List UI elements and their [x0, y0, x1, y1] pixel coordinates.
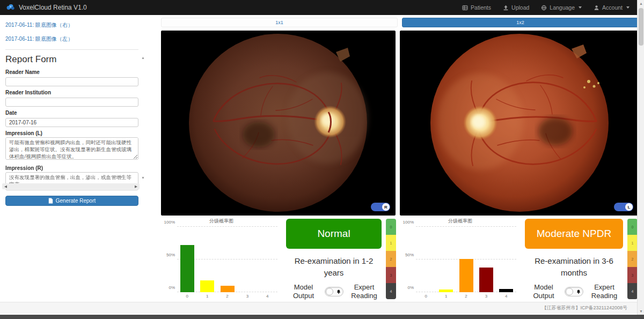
reader-institution-input[interactable] — [5, 98, 138, 107]
nav-language[interactable]: Language — [541, 4, 582, 11]
y-tick-label: 100% — [400, 220, 414, 225]
bar-grade-1 — [200, 280, 214, 292]
model-expert-toggle-right-eye[interactable] — [325, 287, 343, 296]
scrollbar-down-arrow[interactable]: ▼ — [638, 308, 644, 315]
severity-cell-4: 4 — [627, 283, 638, 299]
eye-badge-right[interactable]: R — [371, 203, 390, 211]
expert-reading-label: Expert Reading — [590, 283, 619, 301]
sidebar-link-fundus-right[interactable]: 2017-06-11: 眼底图像（右） — [5, 21, 138, 29]
app-window: VoxelCloud Retina V1.0 Patients Upload — [0, 0, 644, 319]
bar-grade-4 — [499, 289, 513, 292]
toggle-knob — [566, 288, 573, 295]
reader-name-label: Reader Name — [5, 69, 138, 75]
date-input[interactable] — [5, 118, 138, 127]
x-tick-label: 3 — [476, 294, 496, 299]
fundus-image-left-eye[interactable]: L — [400, 31, 639, 216]
generate-report-label: Generate Report — [56, 198, 96, 204]
gridline-100 — [416, 226, 516, 227]
patients-grid-icon — [462, 5, 468, 11]
impression-r-label: Impression (R) — [5, 165, 138, 171]
app-logo-icon — [5, 3, 15, 12]
chart-title: 分级概率图 — [161, 218, 282, 225]
reader-institution-label: Reader Institution — [5, 90, 138, 95]
fundus-images-row: R — [161, 31, 639, 216]
user-icon — [594, 5, 599, 11]
window-bottom-edge — [0, 315, 644, 319]
x-tick-label: 2 — [217, 294, 237, 299]
x-tick-label: 3 — [237, 294, 257, 299]
bar-grade-0 — [180, 245, 194, 292]
y-tick-label: 0% — [162, 285, 175, 290]
analysis-row: 分级概率图 0%50%100% 01234 Normal Re-examinat… — [161, 217, 639, 302]
top-navbar: VoxelCloud Retina V1.0 Patients Upload — [0, 0, 637, 15]
y-tick-label: 100% — [162, 220, 175, 225]
navbar-menu: Patients Upload Language — [462, 4, 630, 11]
date-group: Date — [5, 110, 138, 127]
nav-upload[interactable]: Upload — [503, 4, 529, 11]
severity-scale-right-eye: 01234 — [386, 219, 396, 299]
model-output-label: Model Output — [529, 283, 558, 301]
severity-cell-3: 3 — [386, 267, 396, 283]
layout-1x1-button[interactable]: 1x1 — [161, 18, 398, 27]
fundus-image-right-eye[interactable]: R — [161, 31, 396, 216]
y-tick-label: 50% — [400, 253, 414, 257]
sidebar-horizontal-scrollbar[interactable]: ◀ ▶ — [2, 183, 140, 189]
impression-l-group: Impression (L) 可能有微血管瘤和视网膜内出血，同时还可能出现硬性渗… — [5, 130, 138, 162]
app-title: VoxelCloud Retina V1.0 — [19, 4, 87, 11]
scroll-left-arrow[interactable]: ◀ — [4, 183, 7, 189]
x-tick-label: 1 — [197, 294, 217, 299]
image-viewer: 1x1 1x2 — [161, 18, 639, 302]
diagnosis-panel-right-eye: Normal Re-examination in 1-2 years Model… — [282, 217, 386, 302]
sidebar-scroll-up-arrow[interactable]: ▲ — [141, 56, 145, 60]
chart-plot-area: 0%50%100% — [416, 227, 516, 292]
expert-bell-icon — [336, 290, 341, 294]
model-output-label: Model Output — [289, 283, 318, 301]
analysis-right-eye: 分级概率图 0%50%100% 01234 Normal Re-examinat… — [161, 217, 396, 302]
y-tick-label: 50% — [162, 253, 175, 257]
generate-report-button[interactable]: Generate Report — [5, 196, 138, 206]
severity-cell-0: 0 — [386, 219, 396, 235]
bar-grade-3 — [479, 268, 493, 292]
eye-badge-left[interactable]: L — [614, 203, 633, 211]
diagnosis-text: Moderate NPDR — [537, 228, 611, 240]
page-vertical-scrollbar[interactable]: ▲ ▼ — [637, 0, 644, 315]
brand: VoxelCloud Retina V1.0 — [5, 3, 87, 12]
expert-reading-label: Expert Reading — [350, 283, 379, 301]
severity-cell-2: 2 — [386, 251, 396, 267]
date-label: Date — [5, 110, 138, 116]
y-tick-label: 0% — [400, 285, 414, 290]
reader-name-input[interactable] — [5, 77, 138, 86]
upload-icon — [503, 5, 509, 11]
model-expert-toggle-left-eye[interactable] — [565, 287, 583, 296]
severity-cell-0: 0 — [627, 219, 638, 235]
severity-cell-4: 4 — [386, 283, 396, 299]
x-tick-label: 4 — [496, 294, 516, 299]
reader-name-group: Reader Name — [5, 69, 138, 86]
bar-grade-2 — [221, 286, 235, 292]
nav-account[interactable]: Account — [594, 4, 630, 11]
chart-title: 分级概率图 — [400, 218, 521, 225]
severity-cell-3: 3 — [627, 267, 638, 283]
scroll-right-arrow[interactable]: ▶ — [135, 183, 137, 189]
reader-institution-group: Reader Institution — [5, 90, 138, 107]
x-tick-label: 0 — [177, 294, 197, 299]
nav-patients[interactable]: Patients — [462, 4, 491, 11]
impression-l-textarea[interactable]: 可能有微血管瘤和视网膜内出血，同时还可能出现硬性渗出，棉絮斑等症状。没有发现显著… — [5, 137, 138, 160]
recommendation-text: Re-examination in 3-6 months — [526, 255, 622, 279]
sidebar-link-fundus-left[interactable]: 2017-06-11: 眼底图像（左） — [5, 35, 138, 43]
severity-cell-1: 1 — [386, 235, 396, 251]
sidebar-scroll-down-arrow[interactable]: ▼ — [141, 176, 145, 180]
nav-upload-label: Upload — [511, 4, 529, 11]
scrollbar-up-arrow[interactable]: ▲ — [638, 0, 644, 7]
layout-1x2-button[interactable]: 1x2 — [402, 18, 639, 27]
chevron-down-icon — [579, 6, 582, 9]
probability-chart-left-eye: 分级概率图 0%50%100% 01234 — [400, 217, 521, 302]
diagnosis-badge-right-eye: Normal — [286, 219, 382, 249]
scrollbar-thumb[interactable] — [639, 8, 643, 46]
gridline-100 — [177, 226, 277, 227]
chart-x-axis-labels: 01234 — [416, 294, 516, 299]
probability-chart-right-eye: 分级概率图 0%50%100% 01234 — [161, 217, 282, 302]
chart-x-axis-labels: 01234 — [177, 294, 277, 299]
output-source-row: Model Output Expert Reading — [525, 283, 623, 301]
chart-plot-area: 0%50%100% — [177, 227, 277, 292]
